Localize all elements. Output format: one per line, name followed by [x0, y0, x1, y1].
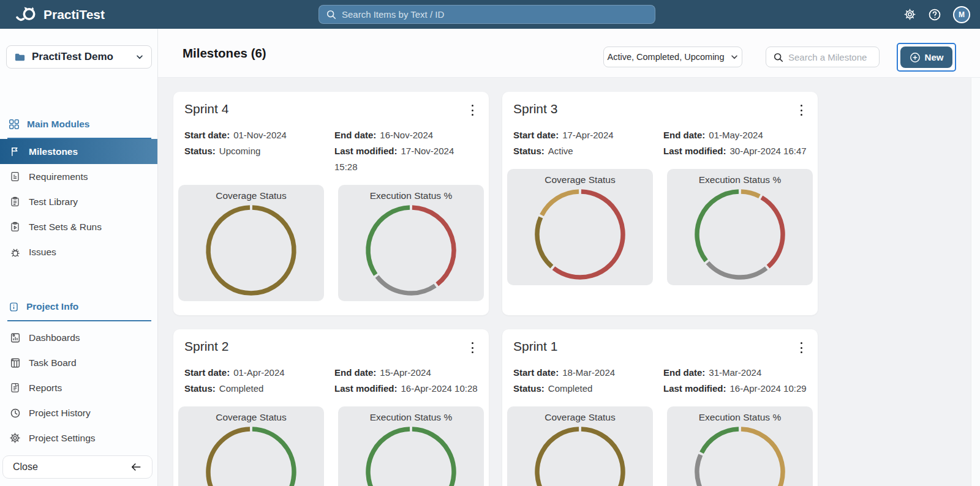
search-icon	[326, 9, 336, 20]
sidebar-item-test-sets-runs[interactable]: Test Sets & Runs	[0, 214, 157, 239]
status: Status:Upcoming	[184, 143, 334, 175]
kebab-menu-icon[interactable]	[467, 339, 478, 356]
milestone-cards-grid: Sprint 4 Start date:01-Nov-2024 End date…	[173, 92, 818, 486]
donut-chart	[205, 204, 297, 296]
test-sets-icon	[9, 222, 21, 232]
execution-status-chart: Execution Status %	[338, 406, 484, 486]
content-header: Milestones (6) Active, Completed, Upcomi…	[158, 29, 980, 78]
sidebar-item-reports[interactable]: Reports	[0, 375, 157, 400]
sidebar-item-label: Project Settings	[29, 433, 96, 444]
search-icon	[773, 52, 783, 62]
donut-chart	[694, 426, 786, 486]
scrollbar-track[interactable]	[971, 78, 980, 486]
sidebar-item-project-history[interactable]: Project History	[0, 400, 157, 425]
chart-title: Execution Status %	[667, 406, 813, 423]
donut-chart	[534, 426, 626, 486]
sidebar-item-label: Milestones	[29, 146, 78, 157]
charts-row: Coverage Status Execution Status %	[178, 406, 484, 486]
last-modified: Last modified:16-Apr-2024 10:28	[334, 381, 478, 397]
sidebar-item-milestones[interactable]: Milestones	[0, 139, 157, 164]
charts-row: Coverage Status Execution Status %	[507, 406, 813, 486]
folder-icon	[14, 51, 26, 63]
help-icon[interactable]	[928, 8, 941, 21]
end-date: End date:01-May-2024	[663, 127, 807, 143]
execution-status-chart: Execution Status %	[667, 169, 813, 285]
issues-icon	[9, 247, 21, 258]
flag-icon	[9, 146, 21, 157]
settings-gear-icon[interactable]	[903, 8, 916, 21]
sidebar-item-task-board[interactable]: Task Board	[0, 350, 157, 375]
section-spacer	[0, 264, 157, 298]
task-board-icon	[9, 357, 21, 368]
plus-circle-icon	[910, 52, 921, 63]
global-search-input[interactable]	[342, 9, 648, 20]
kebab-menu-icon[interactable]	[467, 102, 478, 119]
sidebar-item-issues[interactable]: Issues	[0, 239, 157, 264]
page-title: Milestones (6)	[183, 29, 266, 78]
sidebar-item-requirements[interactable]: Requirements	[0, 164, 157, 189]
milestone-card-sprint-4: Sprint 4 Start date:01-Nov-2024 End date…	[173, 92, 489, 315]
sidebar-item-label: Project History	[29, 408, 91, 419]
main-content: Milestones (6) Active, Completed, Upcomi…	[158, 29, 980, 486]
chevron-down-icon	[730, 53, 739, 61]
test-library-icon	[9, 196, 21, 207]
milestone-meta: Start date:17-Apr-2024 End date:01-May-2…	[507, 119, 813, 159]
chart-title: Coverage Status	[507, 169, 653, 185]
status: Status:Active	[513, 143, 663, 159]
last-modified: Last modified:16-Apr-2024 10:29	[663, 381, 807, 397]
card-header: Sprint 1	[507, 337, 813, 356]
milestone-filter-dropdown[interactable]: Active, Completed, Upcoming	[603, 47, 742, 67]
start-date: Start date:01-Nov-2024	[184, 127, 334, 143]
charts-row: Coverage Status Execution Status %	[507, 169, 813, 285]
practitest-logo[interactable]: PractiTest	[16, 0, 105, 29]
status: Status:Completed	[513, 381, 663, 397]
status: Status:Completed	[184, 381, 334, 397]
section-items: Milestones Requirements Test Library Tes…	[0, 139, 157, 264]
milestone-card-sprint-3: Sprint 3 Start date:17-Apr-2024 End date…	[502, 92, 818, 315]
sidebar-item-test-library[interactable]: Test Library	[0, 189, 157, 214]
global-search[interactable]	[318, 5, 655, 24]
end-date: End date:31-Mar-2024	[663, 365, 807, 381]
kebab-menu-icon[interactable]	[796, 339, 807, 356]
section-header-project-info: Project Info	[0, 298, 157, 315]
sidebar-item-project-settings[interactable]: Project Settings	[0, 425, 157, 450]
last-modified: Last modified:30-Apr-2024 16:47	[663, 143, 807, 159]
milestone-title: Sprint 4	[184, 102, 228, 116]
info-icon	[9, 302, 19, 312]
new-button-label: New	[925, 52, 944, 62]
sidebar-close-button[interactable]: Close	[2, 455, 153, 479]
sidebar-item-label: Dashboards	[29, 332, 80, 343]
chart-title: Execution Status %	[338, 185, 484, 201]
topbar-actions: M	[903, 0, 970, 29]
project-selector[interactable]: PractiTest Demo	[6, 45, 152, 69]
execution-status-chart: Execution Status %	[338, 185, 484, 301]
milestone-card-sprint-1: Sprint 1 Start date:18-Mar-2024 End date…	[502, 329, 818, 486]
avatar[interactable]: M	[953, 6, 970, 23]
sidebar-item-dashboards[interactable]: Dashboards	[0, 325, 157, 350]
sidebar-item-label: Test Sets & Runs	[29, 222, 102, 233]
dashboards-icon	[9, 332, 21, 343]
section-label: Main Modules	[27, 119, 89, 130]
last-modified: Last modified:17-Nov-2024 15:28	[334, 143, 478, 175]
kebab-menu-icon[interactable]	[796, 102, 807, 119]
new-milestone-button[interactable]: New	[900, 47, 952, 68]
milestone-card-sprint-2: Sprint 2 Start date:01-Apr-2024 End date…	[173, 329, 489, 486]
app-title: PractiTest	[43, 7, 105, 22]
reports-icon	[9, 383, 21, 393]
milestone-search-input[interactable]	[788, 52, 872, 62]
new-button-focus-ring: New	[897, 43, 956, 72]
milestone-search[interactable]	[766, 47, 880, 67]
project-name: PractiTest Demo	[32, 51, 113, 63]
filter-value: Active, Completed, Upcoming	[608, 52, 725, 62]
top-navigation-bar: PractiTest M	[0, 0, 980, 29]
sidebar-item-label: Reports	[29, 383, 62, 394]
donut-chart	[694, 189, 786, 280]
charts-row: Coverage Status Execution Status %	[178, 185, 484, 301]
chart-title: Coverage Status	[178, 185, 324, 201]
sidebar-item-label: Requirements	[29, 171, 88, 182]
practitest-logo-icon	[16, 6, 38, 23]
start-date: Start date:17-Apr-2024	[513, 127, 663, 143]
card-header: Sprint 2	[178, 337, 484, 356]
start-date: Start date:01-Apr-2024	[184, 365, 334, 381]
execution-status-chart: Execution Status %	[667, 406, 813, 486]
